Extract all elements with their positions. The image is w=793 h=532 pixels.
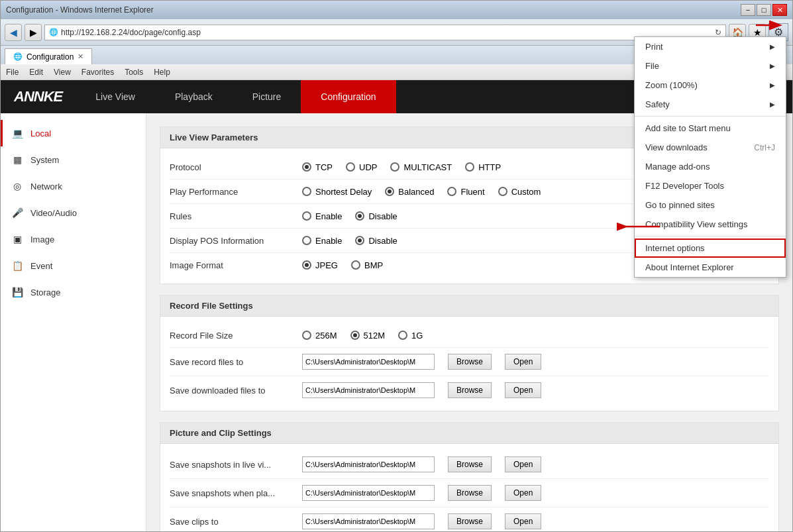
print-label: Print	[645, 42, 663, 52]
save-download-browse[interactable]: Browse	[448, 382, 492, 398]
save-record-browse[interactable]: Browse	[448, 354, 492, 370]
title-bar-label: Configuration - Windows Internet Explore…	[6, 5, 154, 15]
protocol-tcp[interactable]: TCP	[302, 162, 333, 172]
clips-browse[interactable]: Browse	[448, 513, 492, 529]
sidebar-item-video-audio[interactable]: 🎤 Video/Audio	[1, 199, 146, 226]
play-perf-controls: Shortest Delay Balanced Fluent Custom	[302, 187, 541, 197]
view-downloads-shortcut: Ctrl+J	[754, 143, 775, 152]
balanced-radio[interactable]	[385, 187, 394, 196]
clips-open[interactable]: Open	[505, 513, 541, 529]
snapshot-pla-browse[interactable]: Browse	[448, 485, 492, 501]
snapshot-live-open[interactable]: Open	[505, 456, 541, 472]
sidebar-item-local[interactable]: 💻 Local	[1, 120, 146, 146]
nav-live-view[interactable]: Live View	[76, 80, 155, 113]
size-512[interactable]: 512M	[350, 331, 386, 341]
sidebar-label-storage: Storage	[30, 288, 61, 297]
nav-configuration[interactable]: Configuration	[301, 80, 396, 113]
rules-enable[interactable]: Enable	[302, 211, 342, 221]
nav-playback[interactable]: Playback	[155, 80, 233, 113]
menu-about-ie[interactable]: About Internet Explorer	[635, 258, 786, 277]
shortest-radio[interactable]	[302, 187, 311, 196]
perf-fluent[interactable]: Fluent	[447, 187, 484, 197]
menu-tools[interactable]: Tools	[125, 68, 143, 77]
picture-body: Save snapshots in live vi... Browse Open…	[160, 444, 778, 531]
display-pos-label: Display POS Information	[170, 236, 302, 246]
rules-enable-radio[interactable]	[302, 211, 311, 221]
512m-radio[interactable]	[350, 331, 360, 340]
menu-file[interactable]: File	[6, 68, 19, 77]
snapshot-live-input[interactable]	[302, 456, 435, 472]
protocol-udp[interactable]: UDP	[346, 162, 377, 172]
menu-view-downloads[interactable]: View downloads Ctrl+J	[635, 138, 786, 157]
protocol-multicast[interactable]: MULTICAST	[390, 162, 452, 172]
snapshot-pla-input[interactable]	[302, 485, 435, 501]
picture-header: Picture and Clip Settings	[160, 423, 778, 444]
http-radio[interactable]	[465, 162, 474, 172]
menu-help[interactable]: Help	[154, 68, 170, 77]
address-bar[interactable]: 🌐 http://192.168.2.24/doc/page/config.as…	[44, 25, 726, 40]
snapshot-live-controls: Browse Open	[302, 456, 541, 472]
forward-button[interactable]: ▶	[25, 24, 42, 41]
perf-shortest[interactable]: Shortest Delay	[302, 187, 372, 197]
pos-disable-radio[interactable]	[355, 236, 364, 245]
1g-radio[interactable]	[398, 331, 407, 340]
perf-custom[interactable]: Custom	[498, 187, 541, 197]
browser-tab[interactable]: 🌐 Configuration ✕	[5, 48, 92, 64]
rules-disable-radio[interactable]	[355, 211, 364, 221]
maximize-button[interactable]: □	[757, 4, 771, 16]
minimize-button[interactable]: −	[741, 4, 755, 16]
sidebar-item-event[interactable]: 📋 Event	[1, 252, 146, 279]
sidebar-item-image[interactable]: ▣ Image	[1, 226, 146, 252]
menu-manage-addons[interactable]: Manage add-ons	[635, 157, 786, 176]
menu-f12[interactable]: F12 Developer Tools	[635, 176, 786, 195]
menu-file[interactable]: File ▶	[635, 56, 786, 76]
menu-add-site[interactable]: Add site to Start menu	[635, 119, 786, 138]
custom-radio[interactable]	[498, 187, 507, 196]
back-button[interactable]: ◀	[5, 24, 22, 41]
format-bmp[interactable]: BMP	[351, 260, 383, 270]
size-256[interactable]: 256M	[302, 331, 337, 341]
sidebar-item-network[interactable]: ◎ Network	[1, 173, 146, 199]
perf-balanced[interactable]: Balanced	[385, 187, 434, 197]
pos-enable-radio[interactable]	[302, 236, 311, 245]
snapshot-pla-open[interactable]: Open	[505, 485, 541, 501]
save-download-input[interactable]	[302, 382, 435, 398]
save-download-open[interactable]: Open	[505, 382, 541, 398]
save-record-input[interactable]	[302, 354, 435, 370]
save-record-open[interactable]: Open	[505, 354, 541, 370]
format-jpeg[interactable]: JPEG	[302, 260, 338, 270]
pos-disable[interactable]: Disable	[355, 236, 397, 246]
menu-internet-options[interactable]: Internet options	[635, 239, 786, 258]
menu-pinned-sites[interactable]: Go to pinned sites	[635, 195, 786, 215]
256m-radio[interactable]	[302, 331, 311, 340]
close-button[interactable]: ✕	[772, 4, 787, 16]
snapshot-live-label: Save snapshots in live vi...	[170, 460, 302, 470]
protocol-http[interactable]: HTTP	[465, 162, 501, 172]
nav-picture[interactable]: Picture	[233, 80, 301, 113]
bmp-radio[interactable]	[351, 260, 360, 270]
menu-print[interactable]: Print ▶	[635, 37, 786, 56]
sidebar-item-system[interactable]: ▦ System	[1, 146, 146, 173]
menu-view[interactable]: View	[54, 68, 71, 77]
menu-edit[interactable]: Edit	[29, 68, 43, 77]
fluent-radio[interactable]	[447, 187, 456, 196]
sidebar-item-storage[interactable]: 💾 Storage	[1, 279, 146, 305]
tab-close-button[interactable]: ✕	[78, 52, 83, 61]
pos-enable[interactable]: Enable	[302, 236, 342, 246]
menu-zoom[interactable]: Zoom (100%) ▶	[635, 76, 786, 95]
size-1g[interactable]: 1G	[398, 331, 423, 341]
pinned-sites-label: Go to pinned sites	[645, 200, 715, 210]
snapshot-live-browse[interactable]: Browse	[448, 456, 492, 472]
rules-disable[interactable]: Disable	[355, 211, 397, 221]
menu-compat-view[interactable]: Compatibility View settings	[635, 215, 786, 234]
menu-favorites[interactable]: Favorites	[81, 68, 114, 77]
clips-input[interactable]	[302, 513, 435, 529]
tcp-radio[interactable]	[302, 162, 311, 172]
menu-safety[interactable]: Safety ▶	[635, 95, 786, 114]
udp-radio[interactable]	[346, 162, 355, 172]
save-download-controls: Browse Open	[302, 382, 541, 398]
jpeg-radio[interactable]	[302, 260, 311, 270]
app-logo: ANNKE	[1, 88, 76, 105]
refresh-icon[interactable]: ↻	[715, 28, 721, 37]
multicast-radio[interactable]	[390, 162, 399, 172]
